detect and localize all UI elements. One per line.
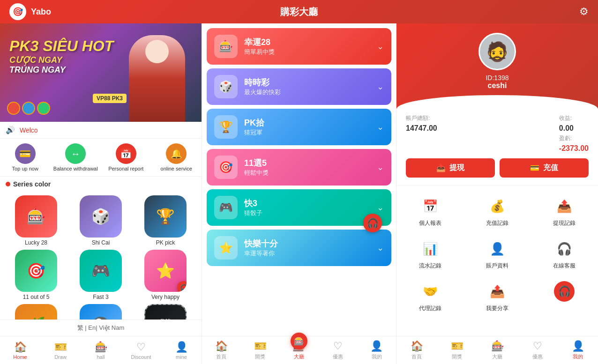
menu-personal-report[interactable]: 📅 個人報表: [396, 190, 463, 233]
card-shishicai-icon: 🎲: [214, 75, 238, 98]
card-lucky28-subtitle: 簡單易中獎: [244, 48, 370, 56]
fast3-icon: 🎮: [80, 250, 122, 292]
card-kuai3-subtitle: 猜骰子: [244, 209, 370, 217]
menu-share[interactable]: 📤 我要分享: [463, 275, 531, 318]
chip-blue: [22, 102, 35, 115]
personal-report-label: 個人報表: [419, 219, 441, 227]
quick-actions: 💳 Top up now ↔ Balance withdrawal 📅 Pers…: [0, 139, 202, 177]
card-pk10-title: PK拾: [244, 117, 370, 128]
game-marksix[interactable]: 🎱 Mark Six: [70, 304, 131, 319]
game-grid: 🎰 Lucky 28 🎲 Shi Cai 🏆 PK pick 🎯: [0, 195, 202, 319]
cnav-home-label: 首頁: [216, 353, 226, 360]
top-curve: [396, 95, 598, 109]
card-shishicai-chevron: ⌄: [377, 82, 384, 92]
quick-action-report[interactable]: 📅 Personal report: [101, 143, 151, 171]
card-kuai3[interactable]: 🎮 快3 猜骰子 ⌄ 🎧: [207, 189, 391, 226]
nav-mine[interactable]: 👤 mine: [161, 336, 202, 364]
report-label: Personal report: [108, 166, 143, 171]
cnav-discount-label: 優惠: [333, 353, 343, 360]
rnav-discount-label: 優惠: [532, 353, 543, 360]
deposit-record-icon: 💰: [487, 196, 508, 216]
withdraw-label: 提現: [449, 163, 464, 173]
rnav-home[interactable]: 🏠 首頁: [396, 336, 437, 364]
rnav-draw[interactable]: 🎫 開獎: [437, 336, 477, 364]
center-nav-home[interactable]: 🏠 首頁: [202, 336, 241, 364]
headset-circle-icon: 🎧: [554, 281, 575, 302]
nav-hall[interactable]: 🎰 hall: [81, 336, 121, 364]
indev-icon: 敬請期待: [144, 304, 187, 319]
center-nav-draw[interactable]: 🎫 開獎: [241, 336, 280, 364]
agent-record-icon: 🤝: [420, 281, 441, 302]
center-nav-discount[interactable]: ♡ 優惠: [318, 336, 357, 364]
card-kuai3-info: 快3 猜骰子: [244, 198, 370, 217]
rnav-discount[interactable]: ♡ 優惠: [517, 336, 558, 364]
game-shicai[interactable]: 🎲 Shi Cai: [70, 195, 131, 246]
headset-float-center[interactable]: 🎧: [363, 214, 382, 232]
quick-action-service[interactable]: 🔔 online service: [151, 143, 202, 171]
nav-discount[interactable]: ♡ Discount: [121, 336, 161, 364]
game-fast3[interactable]: 🎮 Fast 3: [70, 250, 131, 300]
account-stat-col: 帳戶總額: 14747.00: [406, 114, 437, 153]
agent-record-label: 代理記錄: [419, 305, 441, 312]
rnav-hall[interactable]: 🎰 大廳: [477, 336, 517, 364]
card-pk10[interactable]: 🏆 PK拾 猜冠軍 ⌄: [207, 109, 391, 145]
chip-green: [37, 102, 50, 115]
user-stats: 帳戶總額: 14747.00 收益: 0.00 盈虧: -2373.00: [396, 109, 598, 158]
card-pk10-icon: 🏆: [214, 115, 238, 139]
card-lucky28-info: 幸運28 簡單易中獎: [244, 37, 370, 56]
game-indev[interactable]: 敬請期待 In development...: [135, 304, 196, 319]
lucky28-label: Lucky 28: [25, 239, 47, 246]
card-lucky28[interactable]: 🎰 幸運28 簡單易中獎 ⌄: [207, 28, 391, 65]
app-name: Yabo: [31, 7, 51, 17]
card-shishicai[interactable]: 🎲 時時彩 最火爆的快彩 ⌄: [207, 68, 391, 105]
card-11select5-chevron: ⌄: [377, 162, 384, 172]
banner-text: PK3 SIÊU HOT CƯỢC NGAY TRÚNG NGAY: [9, 37, 113, 75]
rnav-hall-label: 大廳: [492, 353, 502, 360]
withdraw-icon: 📤: [436, 163, 446, 172]
cnav-draw-label: 開獎: [255, 353, 265, 360]
surplus-label: 盈虧:: [559, 134, 589, 142]
menu-withdraw-record[interactable]: 📤 提現記錄: [531, 190, 598, 233]
report-icon: 📅: [116, 143, 136, 164]
rnav-mine[interactable]: 👤 我的: [558, 336, 598, 364]
draw-nav-label: Draw: [54, 354, 67, 360]
menu-headset-float[interactable]: 🎧: [531, 275, 598, 318]
settings-icon[interactable]: ⚙: [579, 6, 589, 18]
veryhappy-label: Very happy: [151, 294, 179, 300]
nav-draw[interactable]: 🎫 Draw: [40, 336, 81, 364]
center-nav-mine[interactable]: 👤 我的: [357, 336, 396, 364]
flow-record-icon: 📊: [420, 238, 441, 259]
menu-deposit-record[interactable]: 💰 充值記錄: [463, 190, 531, 233]
cnav-mine-icon: 👤: [370, 340, 383, 352]
nav-home[interactable]: 🏠 Home: [0, 336, 40, 364]
card-pk10-subtitle: 猜冠軍: [244, 128, 370, 137]
deposit-button[interactable]: 💳 充值: [500, 158, 589, 178]
online-service-icon: 🎧: [554, 238, 575, 259]
withdraw-button[interactable]: 📤 提現: [406, 158, 495, 178]
game-happy8[interactable]: 🌿 Happy 8: [6, 304, 67, 319]
game-lucky28[interactable]: 🎰 Lucky 28: [6, 195, 67, 246]
card-11select5[interactable]: 🎯 11選5 輕鬆中獎 ⌄: [207, 149, 391, 186]
pkpick-icon: 🏆: [144, 195, 187, 238]
card-11select5-subtitle: 輕鬆中獎: [244, 169, 370, 177]
menu-online-service[interactable]: 🎧 在線客服: [531, 233, 598, 275]
hall-nav-label: hall: [97, 354, 105, 360]
welcome-text: Welco: [20, 126, 38, 134]
hall-active-badge: 🎰: [291, 333, 307, 349]
mine-nav-icon: 👤: [175, 341, 188, 353]
game-veryhappy[interactable]: ⭐ 🎧 Very happy: [135, 250, 196, 300]
card-kuaile10[interactable]: ⭐ 快樂十分 幸運等著你 ⌄: [207, 230, 391, 266]
center-nav-hall[interactable]: 🎰 大廳 🎰: [280, 336, 319, 364]
online-service-label: 在線客服: [553, 262, 576, 270]
rnav-mine-label: 我的: [573, 353, 583, 360]
menu-flow-record[interactable]: 📊 流水記錄: [396, 233, 463, 275]
quick-action-balance[interactable]: ↔ Balance withdrawal: [51, 143, 101, 171]
game-pkpick[interactable]: 🏆 PK pick: [135, 195, 196, 246]
menu-account-info[interactable]: 👤 賬戶資料: [463, 233, 531, 275]
card-lucky28-icon: 🎰: [214, 35, 238, 58]
menu-agent-record[interactable]: 🤝 代理記錄: [396, 275, 463, 318]
game-11of5[interactable]: 🎯 11 out of 5: [6, 250, 67, 300]
quick-action-topup[interactable]: 💳 Top up now: [0, 143, 51, 171]
header-center-title: 購彩大廳: [280, 6, 318, 18]
language-text[interactable]: 繁 | En| Việt Nam: [77, 324, 125, 331]
